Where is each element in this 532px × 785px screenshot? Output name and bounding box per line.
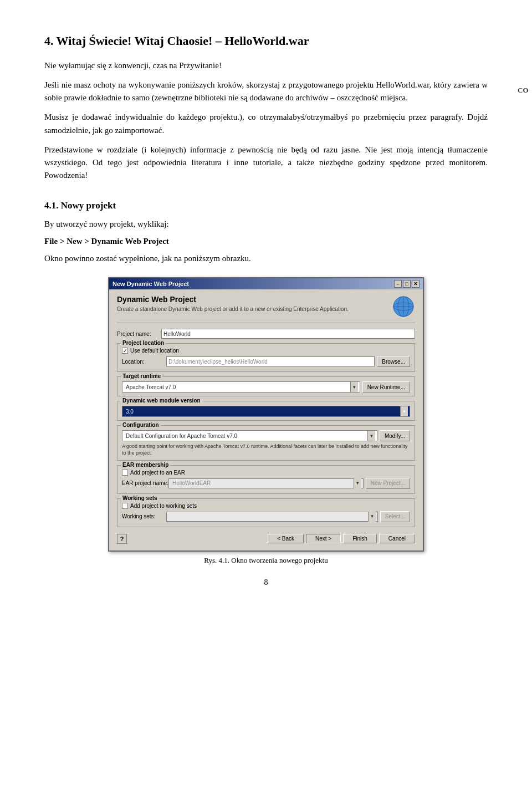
ear-checkbox-label: Add project to an EAR bbox=[130, 470, 185, 476]
dynamic-web-arrow: ▼ bbox=[400, 406, 408, 416]
browse-button[interactable]: Browse... bbox=[377, 356, 410, 367]
dynamic-web-title: Dynamic web module version bbox=[121, 397, 202, 404]
chapter-heading: 4. Witaj Świecie! Witaj Chaosie! – Hello… bbox=[44, 33, 488, 49]
project-location-section: Project location ✓ Use default location … bbox=[117, 343, 415, 372]
next-button[interactable]: Next > bbox=[306, 534, 341, 543]
working-sets-select[interactable]: ▼ bbox=[166, 512, 378, 522]
working-sets-arrow: ▼ bbox=[368, 512, 376, 522]
dialog-titlebar: New Dynamic Web Project – □ ✕ bbox=[109, 278, 423, 289]
section-41-title: 4.1. Nowy projekt bbox=[44, 200, 488, 211]
target-runtime-select[interactable]: Apache Tomcat v7.0 ▼ bbox=[122, 381, 360, 392]
working-sets-label: Working sets: bbox=[122, 513, 166, 519]
target-runtime-value: Apache Tomcat v7.0 bbox=[124, 383, 350, 391]
configuration-value: Default Configuration for Apache Tomcat … bbox=[124, 432, 367, 440]
dialog-window: New Dynamic Web Project – □ ✕ Dynamic We… bbox=[108, 277, 424, 551]
ear-checkbox[interactable] bbox=[122, 470, 128, 476]
dialog-body: Dynamic Web Project Create a standalone … bbox=[109, 289, 423, 550]
target-runtime-row: Apache Tomcat v7.0 ▼ New Runtime... bbox=[122, 381, 410, 392]
figure-container: New Dynamic Web Project – □ ✕ Dynamic We… bbox=[44, 277, 488, 564]
intro-para-4: Przedstawione w rozdziale (i kolejnych) … bbox=[44, 144, 488, 182]
working-sets-checkbox[interactable] bbox=[122, 503, 128, 509]
project-name-label: Project name: bbox=[117, 331, 161, 337]
dialog-title: New Dynamic Web Project bbox=[112, 281, 189, 287]
close-button[interactable]: ✕ bbox=[412, 280, 420, 288]
working-sets-section: Working sets Add project to working sets… bbox=[117, 498, 415, 527]
working-sets-checkbox-label: Add project to working sets bbox=[130, 503, 197, 509]
working-sets-title: Working sets bbox=[121, 495, 159, 501]
project-location-title: Project location bbox=[121, 340, 166, 346]
location-row: Location: Browse... bbox=[122, 356, 410, 367]
step3-text: Okno powinno zostać wypełnione, jak na p… bbox=[44, 252, 488, 265]
ear-project-select[interactable]: HelloWorldEAR ▼ bbox=[168, 478, 364, 488]
ear-section: EAR membership Add project to an EAR EAR… bbox=[117, 465, 415, 494]
ear-title: EAR membership bbox=[121, 462, 170, 468]
dialog-header-desc: Create a standalone Dynamic Web project … bbox=[117, 305, 386, 313]
target-runtime-section: Target runtime Apache Tomcat v7.0 ▼ New … bbox=[117, 376, 415, 396]
footer-buttons: < Back Next > Finish Cancel bbox=[268, 534, 415, 543]
ear-project-label: EAR project name: bbox=[122, 480, 168, 486]
target-runtime-title: Target runtime bbox=[121, 373, 162, 379]
ear-project-value: HelloWorldEAR bbox=[171, 480, 354, 487]
dynamic-web-section: Dynamic web module version 3.0 ▼ bbox=[117, 401, 415, 421]
titlebar-buttons: – □ ✕ bbox=[394, 280, 420, 288]
finish-button[interactable]: Finish bbox=[343, 534, 377, 543]
cancel-button[interactable]: Cancel bbox=[379, 534, 415, 543]
configuration-section: Configuration Default Configuration for … bbox=[117, 425, 415, 460]
intro-para-2: Jeśli nie masz ochoty na wykonywanie pon… bbox=[44, 79, 488, 105]
figure-caption: Rys. 4.1. Okno tworzenia nowego projektu bbox=[204, 556, 328, 565]
file-path-text: File > New > Dynamic Web Project bbox=[44, 235, 488, 248]
dialog-footer: ? < Back Next > Finish Cancel bbox=[117, 532, 415, 545]
intro-para-3: Musisz je dodawać indywidualnie do każde… bbox=[44, 111, 488, 137]
use-default-row: ✓ Use default location bbox=[122, 348, 410, 354]
target-runtime-arrow: ▼ bbox=[350, 382, 358, 392]
new-project-button[interactable]: New Project... bbox=[366, 478, 410, 489]
working-sets-value bbox=[168, 516, 368, 517]
config-description: A good starting point for working with A… bbox=[122, 444, 410, 456]
help-button[interactable]: ? bbox=[117, 534, 127, 544]
modify-button[interactable]: Modify... bbox=[380, 430, 410, 441]
project-name-row: Project name: bbox=[117, 329, 415, 339]
use-default-label: Use default location bbox=[130, 348, 179, 354]
location-label: Location: bbox=[122, 359, 166, 365]
maximize-button[interactable]: □ bbox=[403, 280, 411, 288]
use-default-checkbox[interactable]: ✓ bbox=[122, 348, 128, 354]
location-input[interactable] bbox=[166, 356, 375, 366]
dialog-header-text: Dynamic Web Project Create a standalone … bbox=[117, 295, 386, 313]
configuration-row: Default Configuration for Apache Tomcat … bbox=[122, 430, 410, 441]
globe-icon bbox=[392, 295, 415, 318]
configuration-title: Configuration bbox=[121, 422, 161, 428]
corner-label: CO bbox=[518, 86, 532, 95]
configuration-arrow: ▼ bbox=[367, 431, 375, 441]
dialog-header-section: Dynamic Web Project Create a standalone … bbox=[117, 295, 415, 323]
minimize-button[interactable]: – bbox=[394, 280, 402, 288]
new-runtime-button[interactable]: New Runtime... bbox=[362, 381, 410, 392]
ear-project-row: EAR project name: HelloWorldEAR ▼ New Pr… bbox=[122, 478, 410, 489]
working-sets-row: Working sets: ▼ Select... bbox=[122, 511, 410, 522]
page-number: 8 bbox=[264, 578, 268, 587]
dynamic-web-value: 3.0 bbox=[124, 407, 400, 416]
dynamic-web-select[interactable]: 3.0 ▼ bbox=[122, 406, 410, 417]
back-button[interactable]: < Back bbox=[268, 534, 304, 543]
project-name-input[interactable] bbox=[161, 329, 415, 339]
configuration-select[interactable]: Default Configuration for Apache Tomcat … bbox=[122, 430, 377, 441]
ear-checkbox-row: Add project to an EAR bbox=[122, 470, 410, 476]
select-button[interactable]: Select... bbox=[380, 511, 410, 522]
footer-left: ? bbox=[117, 534, 127, 544]
dynamic-web-row: 3.0 ▼ bbox=[122, 406, 410, 417]
working-sets-checkbox-row: Add project to working sets bbox=[122, 503, 410, 509]
dialog-header-title: Dynamic Web Project bbox=[117, 295, 386, 304]
ear-project-arrow: ▼ bbox=[354, 478, 361, 488]
intro-para-1: Nie wyłamując się z konwencji, czas na P… bbox=[44, 59, 488, 72]
page: CO 4. Witaj Świecie! Witaj Chaosie! – He… bbox=[0, 0, 532, 604]
step1-text: By utworzyć nowy projekt, wyklikaj: bbox=[44, 218, 488, 231]
